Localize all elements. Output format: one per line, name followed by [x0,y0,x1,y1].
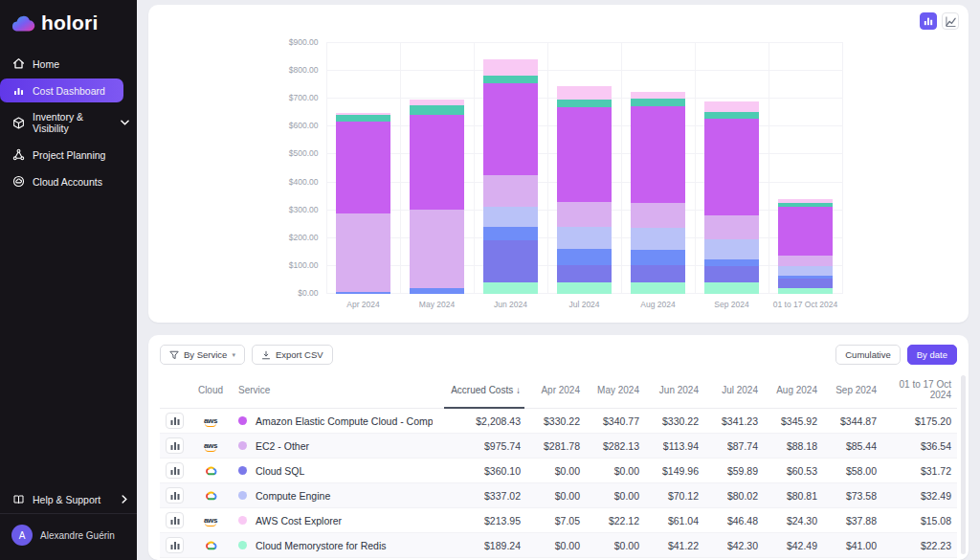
row-chart-button[interactable] [166,487,184,504]
row-chart-button[interactable] [166,512,184,528]
bar-segment-lightsail[interactable] [557,100,612,107]
sidebar-item-home[interactable]: Home [0,52,137,76]
cumulative-view-button[interactable]: Cumulative [835,345,901,365]
bar-segment-cloud-sql[interactable] [483,240,538,282]
service-cell[interactable]: EC2 - Other [233,434,438,459]
by-date-view-button[interactable]: By date [907,345,957,365]
column-header[interactable]: Sep 2024 [823,375,882,409]
bar-segment-compute-engine[interactable] [483,207,538,226]
column-header[interactable]: 01 to 17 Oct 2024 [882,375,957,409]
bar-segment-ec2-other[interactable] [557,202,612,227]
service-cell[interactable]: Cloud SQL [233,459,438,483]
bar-segment-ec2-other[interactable] [631,203,685,228]
bar-segment-other[interactable] [336,292,390,294]
bar-segment-compute-engine[interactable] [778,266,833,275]
bar-segment-ec2-other[interactable] [410,210,464,288]
column-header[interactable]: Jul 2024 [704,375,764,409]
cost-value-cell: $59.89 [704,459,764,483]
bar-segment-ec2-other[interactable] [483,175,538,207]
bar-segment-ec2-other[interactable] [704,215,759,239]
bar-segment-lightsail[interactable] [336,115,390,122]
column-header[interactable]: Jun 2024 [645,375,704,409]
bar-segment-cost-explorer[interactable] [704,101,759,112]
bar-segment-cloud-sql[interactable] [704,266,759,282]
service-cell[interactable]: Cloud Memorystore for Redis [233,533,438,558]
aws-smile-icon [205,448,216,452]
bar-segment-ec2-compute[interactable] [336,122,390,213]
row-chart-button[interactable] [166,437,184,454]
service-cell[interactable]: Amazon Elastic Compute Cloud - Compute [233,409,438,434]
bar-chart-toggle-button[interactable] [920,12,937,30]
bar-segment-ec2-compute[interactable] [631,106,685,203]
bar-segment-cost-explorer[interactable] [483,59,538,77]
column-header[interactable]: Apr 2024 [526,375,586,409]
row-chart-button[interactable] [166,537,184,553]
column-header[interactable]: May 2024 [586,375,645,409]
stacked-bar[interactable] [631,92,685,294]
sidebar-item-cloud-accounts[interactable]: Cloud Accounts [0,169,137,193]
help-support-item[interactable]: Help & Support [0,485,137,513]
aws-logo-icon: aws [204,417,217,427]
cost-value-cell: $32.49 [882,483,957,508]
row-chart-cell [160,533,189,558]
bar-segment-ec2-compute[interactable] [483,83,538,175]
bar-segment-lightsail[interactable] [483,76,538,83]
bar-segment-cloud-sql[interactable] [631,265,685,282]
bar-segment-cost-explorer[interactable] [631,92,685,99]
service-cell[interactable]: AWS Cost Explorer [233,508,438,533]
sidebar-item-project-planning[interactable]: Project Planning [0,143,137,167]
bar-segment-other[interactable] [483,227,538,241]
table-scrollbar[interactable] [961,375,966,554]
by-service-filter-button[interactable]: By Service ▾ [160,345,245,365]
sidebar-item-cost-dashboard[interactable]: Cost Dashboard [0,78,123,102]
bar-segment-other[interactable] [631,250,685,265]
export-csv-button[interactable]: Export CSV [252,345,333,365]
bar-segment-lightsail[interactable] [410,105,464,114]
bar-segment-cloud-sql[interactable] [778,279,833,287]
sidebar-item-inventory-visibility[interactable]: Inventory & Visibility [0,105,137,140]
avatar: A [11,525,33,546]
service-name: Cloud SQL [256,465,304,477]
stacked-bar[interactable] [336,113,390,294]
bar-segment-ec2-compute[interactable] [778,207,833,256]
service-cell[interactable]: Compute Engine [233,483,438,508]
bar-segment-cloud-sql[interactable] [557,265,612,281]
x-axis-label: Apr 2024 [327,300,400,309]
bar-segment-other[interactable] [410,288,464,294]
column-header: Cloud [189,375,233,409]
bar-segment-redis[interactable] [483,282,538,294]
cost-value-cell: $42.49 [764,533,823,558]
row-chart-button[interactable] [166,413,184,429]
bar-segment-compute-engine[interactable] [704,239,759,259]
user-name: Alexandre Guérin [40,530,115,541]
bar-segment-ec2-compute[interactable] [557,107,612,202]
bar-segment-redis[interactable] [704,282,759,294]
bar-segment-other[interactable] [557,249,612,265]
line-chart-toggle-button[interactable] [942,12,959,30]
bar-segment-ec2-other[interactable] [778,256,833,266]
bar-segment-redis[interactable] [631,282,685,294]
bar-segment-compute-engine[interactable] [631,228,685,251]
user-profile[interactable]: A Alexandre Guérin [0,513,137,560]
column-header[interactable]: Accrued Costs ↓ [438,375,526,409]
bar-segment-lightsail[interactable] [631,99,685,106]
stacked-bar[interactable] [704,101,759,294]
bar-segment-redis[interactable] [778,288,833,294]
stacked-bar[interactable] [410,100,464,294]
column-header[interactable]: Aug 2024 [764,375,823,409]
bar-segment-cost-explorer[interactable] [557,86,612,100]
bar-segment-ec2-other[interactable] [336,213,390,292]
bar-segment-lightsail[interactable] [704,112,759,120]
funnel-icon [169,350,179,360]
stacked-bar[interactable] [483,59,538,294]
stacked-bar[interactable] [778,199,833,294]
bar-segment-ec2-compute[interactable] [704,119,759,214]
row-chart-button[interactable] [166,462,184,479]
x-axis-label: May 2024 [401,300,474,309]
bar-segment-redis[interactable] [557,282,612,294]
bar-segment-ec2-compute[interactable] [410,115,464,210]
bar-segment-other[interactable] [704,259,759,266]
stacked-bar[interactable] [557,86,612,294]
bar-segment-compute-engine[interactable] [557,227,612,249]
aws-logo-icon: aws [204,517,217,526]
